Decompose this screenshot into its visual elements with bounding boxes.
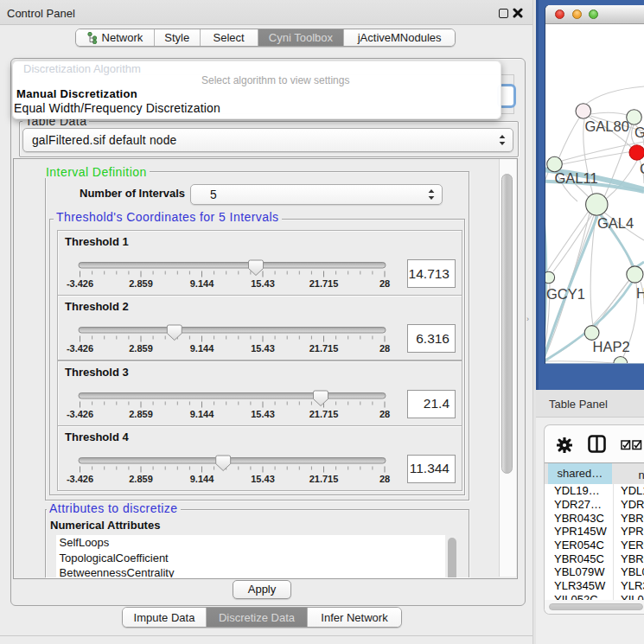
svg-text:9.144: 9.144 — [190, 278, 214, 289]
svg-text:9.144: 9.144 — [190, 408, 214, 418]
svg-text:28: 28 — [379, 473, 390, 483]
svg-text:28: 28 — [379, 408, 390, 418]
svg-text:28: 28 — [379, 343, 390, 354]
svg-text:15.43: 15.43 — [251, 473, 275, 483]
svg-text:C: C — [640, 161, 644, 176]
svg-text:15.43: 15.43 — [251, 278, 275, 289]
svg-text:9.144: 9.144 — [190, 343, 214, 354]
svg-text:21.715: 21.715 — [309, 343, 339, 354]
svg-text:21.715: 21.715 — [309, 278, 339, 289]
svg-text:9.144: 9.144 — [190, 473, 214, 483]
svg-text:GAL11: GAL11 — [555, 170, 598, 186]
svg-text:-3.426: -3.426 — [67, 408, 93, 418]
svg-text:28: 28 — [379, 278, 390, 289]
svg-text:2.859: 2.859 — [129, 278, 153, 289]
svg-text:GAL4: GAL4 — [597, 215, 634, 231]
svg-text:15.43: 15.43 — [251, 343, 275, 354]
svg-text:2.859: 2.859 — [129, 473, 153, 483]
svg-text:-3.426: -3.426 — [67, 473, 93, 483]
svg-text:15.43: 15.43 — [251, 408, 275, 418]
svg-text:-3.426: -3.426 — [67, 278, 93, 289]
svg-text:2.859: 2.859 — [129, 343, 153, 354]
svg-text:GA: GA — [634, 124, 644, 140]
svg-text:HAP2: HAP2 — [593, 339, 630, 354]
svg-text:-3.426: -3.426 — [67, 343, 93, 354]
svg-text:2.859: 2.859 — [129, 408, 153, 418]
svg-text:21.715: 21.715 — [309, 473, 339, 483]
svg-text:HA: HA — [636, 285, 644, 301]
svg-text:GCY1: GCY1 — [546, 286, 585, 302]
svg-text:GAL80: GAL80 — [585, 118, 629, 134]
svg-text:21.715: 21.715 — [309, 408, 339, 418]
